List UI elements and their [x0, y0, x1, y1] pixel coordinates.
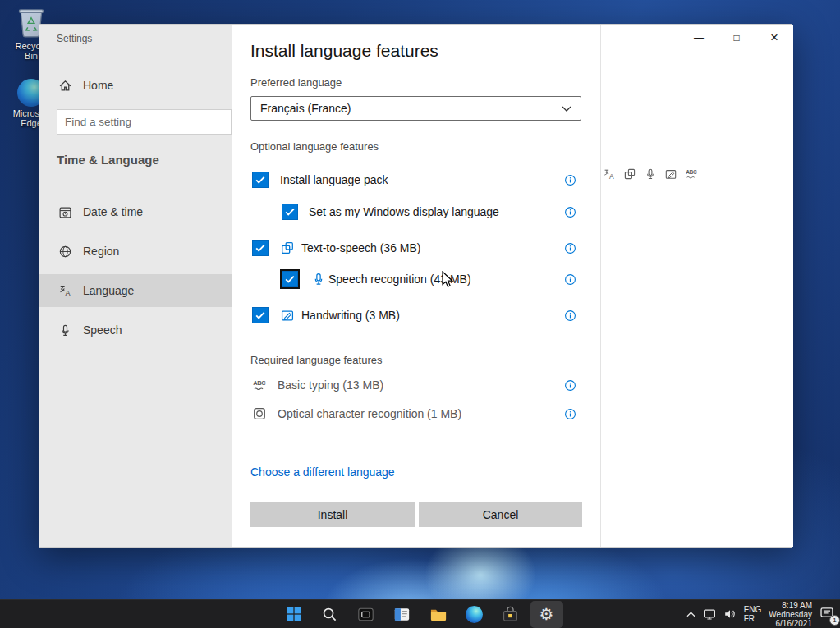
window-caption-buttons: — □ × — [680, 25, 793, 50]
sidebar-item-region[interactable]: Region — [39, 235, 232, 268]
required-label: Optical character recognition (1 MB) — [278, 406, 461, 424]
checkbox-display-language[interactable] — [282, 204, 298, 220]
sidebar-item-speech[interactable]: Speech — [39, 314, 232, 346]
start-button[interactable] — [278, 601, 310, 628]
option-label: Install language pack — [280, 172, 388, 190]
text-to-speech-icon — [623, 167, 636, 181]
language-region: FR — [744, 614, 762, 623]
choose-different-language-link[interactable]: Choose a different language — [250, 465, 395, 479]
info-icon[interactable] — [564, 379, 576, 392]
text-to-speech-icon — [280, 241, 295, 255]
edge-button[interactable] — [458, 601, 491, 628]
globe-icon — [58, 245, 72, 259]
notification-badge: 1 — [829, 615, 840, 626]
close-icon: × — [770, 30, 778, 46]
info-icon[interactable] — [564, 174, 576, 186]
edge-icon — [466, 606, 483, 623]
install-button[interactable]: Install — [250, 502, 415, 527]
basic-typing-icon — [252, 378, 267, 392]
info-icon[interactable] — [564, 273, 576, 286]
network-icon[interactable] — [703, 607, 716, 621]
search-input[interactable] — [57, 109, 232, 135]
maximize-button[interactable]: □ — [718, 25, 755, 50]
checkbox-handwriting[interactable] — [252, 307, 269, 323]
widgets-icon — [393, 606, 411, 623]
sidebar-item-home[interactable]: Home — [39, 69, 232, 102]
install-language-features-dialog: Install language features Preferred lang… — [232, 25, 601, 547]
option-row-handwriting: Handwriting (3 MB) — [232, 307, 600, 325]
system-tray: ENG FR 8:19 AM Wednesday 6/16/2021 1 — [686, 600, 836, 628]
option-row-install-language-pack: Install language pack — [232, 172, 600, 190]
required-row-basic-typing: Basic typing (13 MB) — [232, 377, 600, 395]
maximize-icon: □ — [733, 32, 739, 44]
checkbox-speech-recognition[interactable] — [282, 271, 298, 287]
required-row-ocr: Optical character recognition (1 MB) — [232, 406, 600, 424]
option-label: Text-to-speech (36 MB) — [301, 240, 421, 258]
minimize-icon: — — [694, 32, 704, 44]
task-view-button[interactable] — [350, 601, 383, 628]
chevron-down-icon — [562, 106, 571, 112]
ocr-icon — [252, 406, 267, 421]
required-features-header: Required language features — [250, 354, 382, 366]
clock-date: 6/16/2021 — [769, 619, 812, 628]
option-label: Set as my Windows display language — [309, 204, 499, 222]
sidebar-item-label: Speech — [83, 323, 122, 337]
tray-chevron-up-icon[interactable] — [686, 612, 695, 617]
info-icon[interactable] — [564, 408, 576, 420]
language-indicator[interactable]: ENG FR — [744, 605, 762, 623]
handwriting-icon — [280, 308, 295, 323]
taskbar: ⚙ ENG FR 8:19 AM Wednesday 6/16/2021 1 — [0, 599, 840, 628]
option-row-speech-recognition: Speech recognition (43 MB) — [232, 271, 600, 289]
sidebar-item-label: Home — [83, 79, 113, 92]
close-button[interactable]: × — [755, 25, 793, 50]
option-row-text-to-speech: Text-to-speech (36 MB) — [232, 240, 600, 258]
file-explorer-button[interactable] — [422, 601, 455, 628]
dialog-title: Install language features — [250, 41, 438, 61]
app-title: Settings — [57, 33, 92, 44]
cancel-button[interactable]: Cancel — [419, 502, 582, 527]
checkbox-install-language-pack[interactable] — [252, 172, 269, 188]
taskbar-clock[interactable]: 8:19 AM Wednesday 6/16/2021 — [769, 601, 812, 628]
basic-typing-icon — [685, 167, 698, 181]
language-icon — [58, 284, 72, 298]
notification-center-button[interactable]: 1 — [819, 606, 836, 622]
option-label: Handwriting (3 MB) — [301, 307, 400, 325]
minimize-button[interactable]: — — [680, 25, 718, 50]
preferred-language-label: Preferred language — [250, 76, 342, 89]
settings-window: Settings Home Time & Language Date & tim… — [39, 24, 792, 548]
store-icon — [502, 606, 519, 623]
sidebar-item-label: Date & time — [83, 205, 143, 218]
file-explorer-icon — [429, 605, 448, 623]
option-label: Speech recognition (43 MB) — [328, 271, 471, 289]
clock-time: 8:19 AM — [769, 601, 812, 610]
info-icon[interactable] — [564, 242, 576, 254]
info-icon[interactable] — [564, 309, 576, 322]
checkbox-text-to-speech[interactable] — [252, 240, 269, 256]
volume-icon[interactable] — [723, 607, 737, 621]
window-content-pane: — □ × — [601, 25, 793, 547]
info-icon[interactable] — [564, 206, 576, 218]
selected-language-value: Français (France) — [260, 102, 351, 115]
task-view-icon — [357, 606, 374, 623]
widgets-button[interactable] — [386, 601, 419, 628]
sidebar-item-date-time[interactable]: Date & time — [39, 195, 232, 228]
store-button[interactable] — [494, 601, 527, 628]
preferred-language-dropdown[interactable]: Français (France) — [250, 96, 581, 121]
sidebar-item-language[interactable]: Language — [39, 274, 232, 307]
clock-day: Wednesday — [769, 610, 812, 619]
required-label: Basic typing (13 MB) — [278, 377, 383, 395]
display-language-icon — [603, 167, 616, 181]
option-row-display-language: Set as my Windows display language — [232, 204, 600, 222]
sidebar-item-label: Language — [83, 284, 134, 297]
language-feature-icons-row — [603, 167, 698, 181]
settings-button[interactable]: ⚙ — [530, 601, 563, 628]
optional-features-header: Optional language features — [250, 140, 379, 153]
sidebar-item-label: Region — [83, 245, 119, 258]
microphone-icon — [311, 272, 326, 286]
microphone-icon — [644, 167, 657, 181]
language-code: ENG — [744, 605, 762, 614]
handwriting-icon — [664, 167, 677, 181]
microphone-icon — [58, 323, 72, 337]
taskbar-center-icons: ⚙ — [278, 600, 563, 628]
search-button[interactable] — [314, 601, 347, 628]
